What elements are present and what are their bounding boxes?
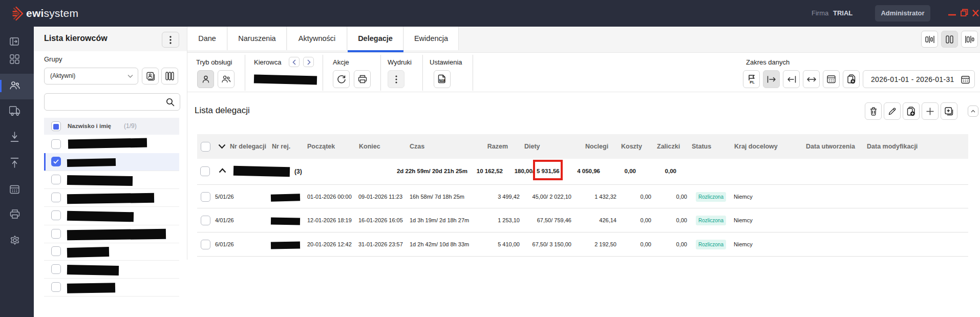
svg-text:PDF: PDF <box>440 79 444 81</box>
svg-text:PL: PL <box>750 80 755 84</box>
